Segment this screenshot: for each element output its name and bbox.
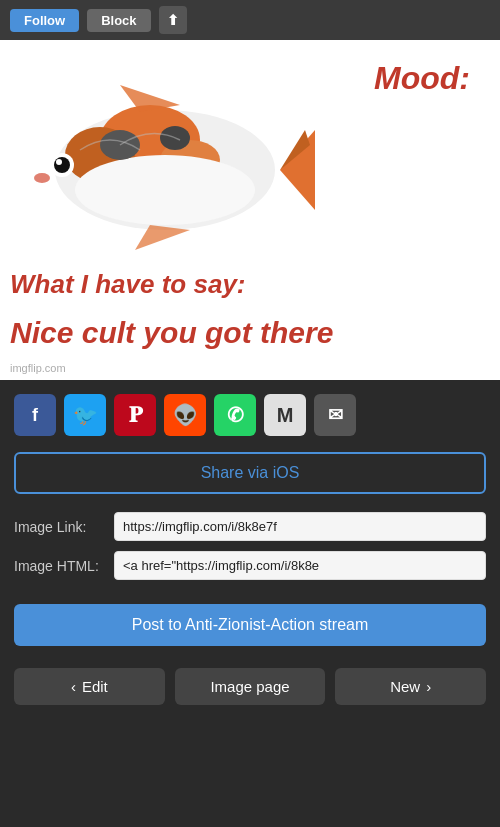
- pinterest-icon: 𝐏: [129, 402, 142, 428]
- reddit-share-button[interactable]: 👽: [164, 394, 206, 436]
- share-ios-row: Share via iOS: [0, 444, 500, 506]
- pinterest-share-button[interactable]: 𝐏: [114, 394, 156, 436]
- block-button[interactable]: Block: [87, 9, 150, 32]
- twitter-share-button[interactable]: 🐦: [64, 394, 106, 436]
- svg-point-4: [75, 155, 255, 225]
- new-label: New: [390, 678, 420, 695]
- new-next-icon: ›: [426, 678, 431, 695]
- email-icon: ✉: [328, 404, 343, 426]
- post-stream-button[interactable]: Post to Anti-Zionist-Action stream: [14, 604, 486, 646]
- meme-image-area: Mood: What I have to say: Nice cult you …: [0, 40, 500, 380]
- nav-bottom: ‹ Edit Image page New ›: [0, 660, 500, 721]
- email-share-button[interactable]: ✉: [314, 394, 356, 436]
- svg-point-10: [54, 157, 70, 173]
- share-ios-button[interactable]: Share via iOS: [14, 452, 486, 494]
- watermark: imgflip.com: [10, 362, 66, 374]
- image-html-label: Image HTML:: [14, 558, 104, 574]
- link-fields: Image Link: Image HTML:: [0, 506, 500, 596]
- svg-point-11: [56, 159, 62, 165]
- edit-prev-icon: ‹: [71, 678, 76, 695]
- reddit-icon: 👽: [173, 403, 198, 427]
- image-link-row: Image Link:: [14, 512, 486, 541]
- image-html-row: Image HTML:: [14, 551, 486, 580]
- image-page-label: Image page: [210, 678, 289, 695]
- image-page-button[interactable]: Image page: [175, 668, 326, 705]
- svg-marker-13: [120, 85, 180, 112]
- whatsapp-share-button[interactable]: ✆: [214, 394, 256, 436]
- meme-image-container: Mood: What I have to say: Nice cult you …: [0, 40, 500, 380]
- new-button[interactable]: New ›: [335, 668, 486, 705]
- facebook-share-button[interactable]: f: [14, 394, 56, 436]
- top-bar: Follow Block ⬆: [0, 0, 500, 40]
- follow-button[interactable]: Follow: [10, 9, 79, 32]
- share-small-button[interactable]: ⬆: [159, 6, 187, 34]
- image-html-input[interactable]: [114, 551, 486, 580]
- edit-label: Edit: [82, 678, 108, 695]
- twitter-icon: 🐦: [73, 403, 98, 427]
- fish-image: [20, 70, 320, 250]
- social-share-bar: f 🐦 𝐏 👽 ✆ M ✉: [0, 380, 500, 444]
- image-link-input[interactable]: [114, 512, 486, 541]
- image-link-label: Image Link:: [14, 519, 104, 535]
- svg-point-12: [34, 173, 50, 183]
- edit-button[interactable]: ‹ Edit: [14, 668, 165, 705]
- gmail-share-button[interactable]: M: [264, 394, 306, 436]
- cult-text: Nice cult you got there: [10, 316, 333, 350]
- mood-text: Mood:: [374, 60, 470, 97]
- say-text: What I have to say:: [10, 269, 246, 300]
- post-stream-row: Post to Anti-Zionist-Action stream: [0, 596, 500, 660]
- whatsapp-icon: ✆: [227, 403, 244, 427]
